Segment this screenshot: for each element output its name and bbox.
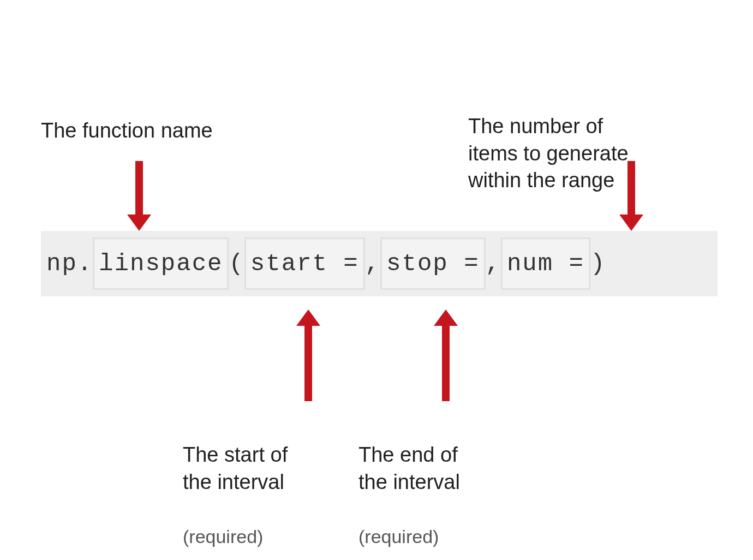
code-start-box: start = [244, 237, 365, 290]
diagram-stage: The function name The number of items to… [0, 0, 753, 560]
code-stop-box: stop = [380, 237, 485, 290]
code-start-kw: start = [250, 250, 359, 277]
label-function-name: The function name [41, 117, 213, 144]
code-stop-kw: stop = [386, 250, 479, 277]
label-start-interval-text: The start of the interval [183, 443, 288, 493]
arrow-function-name [135, 161, 143, 216]
label-end-interval: The end of the interval (required) [358, 415, 460, 550]
code-close-paren: ) [590, 237, 606, 290]
code-func: linspace [99, 250, 223, 277]
code-num-kw: num = [507, 250, 584, 277]
label-num-items-text: The number of items to generate within t… [468, 115, 629, 192]
code-open-paren: ( [229, 237, 244, 290]
label-start-interval: The start of the interval (required) [183, 415, 288, 550]
code-comma1: , [365, 237, 380, 290]
label-end-interval-text: The end of the interval [358, 443, 460, 493]
label-end-required: (required) [358, 526, 439, 547]
label-function-name-text: The function name [41, 119, 213, 142]
arrow-stop [442, 325, 450, 401]
code-bar: np. linspace ( start = , stop = , num = … [41, 231, 718, 296]
label-num-items: The number of items to generate within t… [468, 86, 629, 194]
code-num-box: num = [501, 237, 590, 290]
code-func-box: linspace [93, 237, 229, 290]
arrow-num [628, 161, 635, 216]
code-comma2: , [486, 237, 501, 290]
arrow-start [304, 325, 312, 401]
label-start-required: (required) [183, 526, 263, 547]
code-prefix: np. [46, 237, 93, 290]
